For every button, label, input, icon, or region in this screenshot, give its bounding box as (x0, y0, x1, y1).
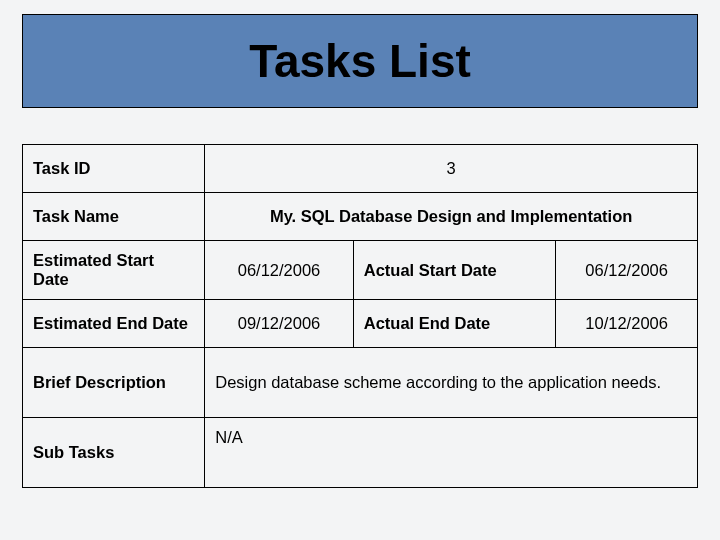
value-est-start: 06/12/2006 (205, 241, 354, 300)
label-sub-tasks: Sub Tasks (23, 418, 205, 488)
value-sub-tasks: N/A (205, 418, 698, 488)
label-est-start: Estimated Start Date (23, 241, 205, 300)
value-est-end: 09/12/2006 (205, 300, 354, 348)
page-title: Tasks List (22, 14, 698, 108)
task-detail-table: Task ID 3 Task Name My. SQL Database Des… (22, 144, 698, 488)
row-sub-tasks: Sub Tasks N/A (23, 418, 698, 488)
label-brief-desc: Brief Description (23, 348, 205, 418)
value-act-start: 06/12/2006 (556, 241, 698, 300)
row-start-dates: Estimated Start Date 06/12/2006 Actual S… (23, 241, 698, 300)
label-est-end: Estimated End Date (23, 300, 205, 348)
value-task-id: 3 (205, 145, 698, 193)
value-act-end: 10/12/2006 (556, 300, 698, 348)
row-end-dates: Estimated End Date 09/12/2006 Actual End… (23, 300, 698, 348)
value-task-name: My. SQL Database Design and Implementati… (205, 193, 698, 241)
label-act-end: Actual End Date (353, 300, 556, 348)
label-task-id: Task ID (23, 145, 205, 193)
row-task-name: Task Name My. SQL Database Design and Im… (23, 193, 698, 241)
row-brief-desc: Brief Description Design database scheme… (23, 348, 698, 418)
row-task-id: Task ID 3 (23, 145, 698, 193)
page-title-text: Tasks List (249, 34, 471, 88)
value-brief-desc: Design database scheme according to the … (205, 348, 698, 418)
label-task-name: Task Name (23, 193, 205, 241)
label-act-start: Actual Start Date (353, 241, 556, 300)
